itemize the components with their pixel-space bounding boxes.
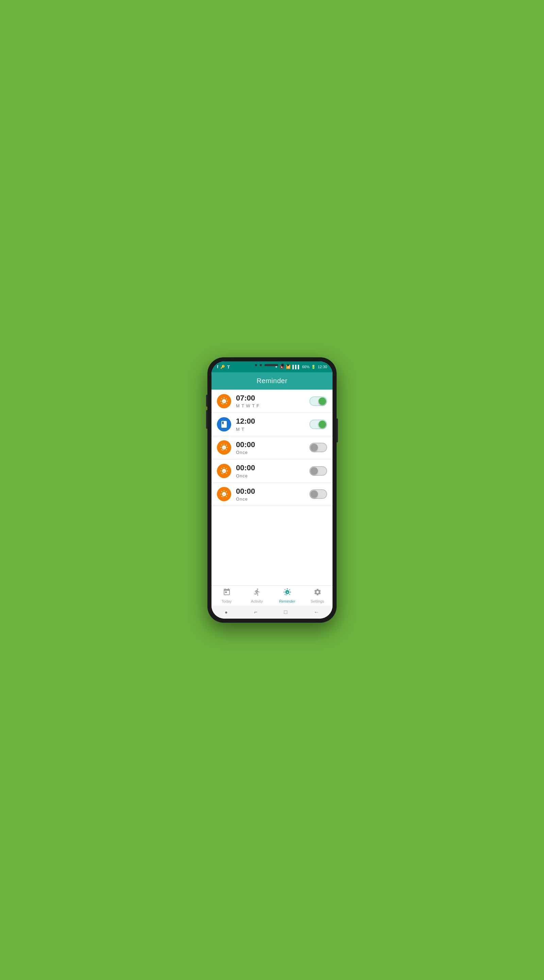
phone-screen: f 🔑 T ✦ 🔇 📶 ▌▌▌ 66% 🔋 12:30 Reminder: [211, 361, 333, 619]
system-nav-bar: ● ⌐ □ ←: [211, 606, 333, 619]
page-title: Reminder: [257, 377, 288, 385]
nav-today-label: Today: [222, 599, 232, 603]
system-home-icon[interactable]: □: [284, 609, 287, 615]
time-display: 12:30: [317, 365, 327, 369]
nav-settings[interactable]: Settings: [302, 585, 333, 606]
reminder-nav-icon: [283, 588, 291, 598]
nav-activity[interactable]: Activity: [242, 585, 272, 606]
reminders-list[interactable]: 07:00 M T W T F 12:00 M T: [211, 390, 333, 585]
battery-icon: 🔋: [311, 365, 316, 369]
reminder-info-1: 07:00 M T W T F: [236, 394, 305, 408]
app-header: Reminder: [211, 372, 333, 390]
dot-mid-left: [260, 364, 262, 366]
calendar-icon: [223, 588, 231, 598]
dot-right: [287, 364, 289, 366]
alarm-icon-1: [220, 397, 228, 405]
reminder-icon-3: [217, 440, 231, 455]
reminder-days-1: M T W T F: [236, 403, 305, 408]
reminder-item-1[interactable]: 07:00 M T W T F: [211, 390, 333, 413]
phone-device: f 🔑 T ✦ 🔇 📶 ▌▌▌ 66% 🔋 12:30 Reminder: [208, 357, 336, 623]
reminder-icon-5: [217, 487, 231, 501]
reminder-toggle-4[interactable]: [309, 466, 327, 476]
t-icon: T: [227, 364, 230, 369]
reminder-days-2: M T: [236, 427, 305, 432]
camera: [281, 363, 284, 367]
status-left-icons: f 🔑 T: [217, 364, 230, 369]
speaker: [265, 364, 278, 366]
reminder-days-4: Once: [236, 473, 305, 479]
dot-left: [255, 364, 257, 366]
reminder-icon-2: [217, 417, 231, 431]
reminder-days-5: Once: [236, 496, 305, 501]
system-recent-icon[interactable]: ⌐: [254, 609, 257, 615]
reminder-toggle-1[interactable]: [309, 396, 327, 406]
reminder-toggle-3[interactable]: [309, 443, 327, 452]
reminder-time-5: 00:00: [236, 487, 305, 496]
status-bar: f 🔑 T ✦ 🔇 📶 ▌▌▌ 66% 🔋 12:30: [211, 361, 333, 372]
reminder-toggle-2[interactable]: [309, 420, 327, 429]
alarm-icon-4: [220, 467, 228, 475]
nav-settings-label: Settings: [311, 599, 324, 603]
reminder-toggle-5[interactable]: [309, 489, 327, 499]
alarm-icon-3: [220, 443, 228, 452]
nav-reminder-label: Reminder: [279, 599, 295, 603]
reminder-icon-4: [217, 464, 231, 478]
reminder-item-3[interactable]: 00:00 Once: [211, 436, 333, 460]
reminder-time-3: 00:00: [236, 440, 305, 449]
reminder-item-4[interactable]: 00:00 Once: [211, 460, 333, 482]
fb-icon: f: [217, 364, 218, 369]
book-icon: [220, 420, 228, 428]
alarm-icon-5: [220, 490, 228, 498]
nav-activity-label: Activity: [251, 599, 263, 603]
signal-icon: ▌▌▌: [292, 365, 300, 369]
system-back-icon[interactable]: ←: [314, 609, 319, 615]
activity-icon: [253, 588, 261, 598]
reminder-time-1: 07:00: [236, 394, 305, 402]
nav-today[interactable]: Today: [211, 585, 242, 606]
settings-icon: [314, 588, 322, 598]
reminder-time-4: 00:00: [236, 463, 305, 472]
system-dot-icon[interactable]: ●: [225, 609, 227, 615]
phone-notch: [255, 363, 289, 367]
reminder-info-5: 00:00 Once: [236, 487, 305, 501]
reminder-icon-1: [217, 394, 231, 408]
reminder-item-2[interactable]: 12:00 M T: [211, 413, 333, 436]
reminder-info-2: 12:00 M T: [236, 417, 305, 431]
battery-percent: 66%: [302, 365, 309, 369]
nav-reminder[interactable]: Reminder: [272, 585, 302, 606]
reminder-info-4: 00:00 Once: [236, 463, 305, 478]
key-icon: 🔑: [220, 365, 225, 369]
reminder-days-3: Once: [236, 450, 305, 455]
bottom-nav: Today Activity Reminder: [211, 585, 333, 606]
reminder-info-3: 00:00 Once: [236, 440, 305, 455]
reminder-item-5[interactable]: 00:00 Once: [211, 483, 333, 506]
reminder-time-2: 12:00: [236, 417, 305, 426]
